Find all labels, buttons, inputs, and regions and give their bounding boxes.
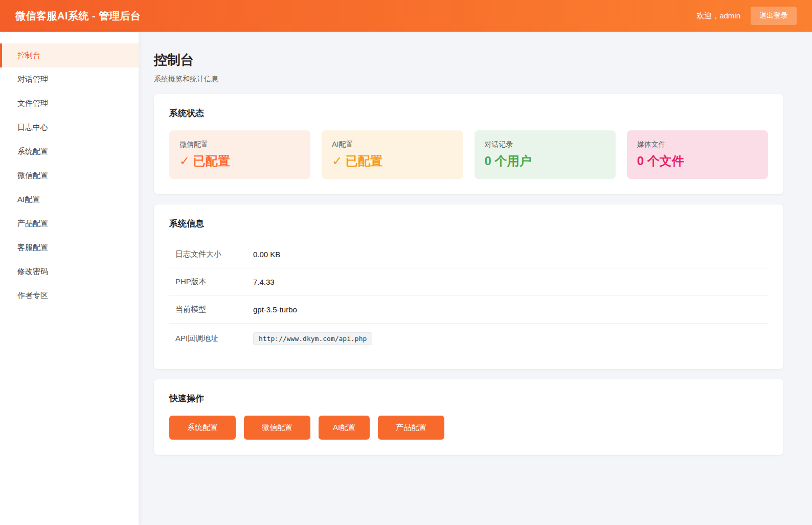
sidebar-item-system-config[interactable]: 系统配置 — [0, 140, 139, 164]
info-row-log-size: 日志文件大小 0.00 KB — [169, 241, 768, 268]
sidebar-item-wechat-config[interactable]: 微信配置 — [0, 164, 139, 188]
info-value: 0.00 KB — [253, 250, 280, 259]
main-content: 控制台 系统概览和统计信息 系统状态 微信配置 ✓ 已配置 AI配置 ✓ 已配置… — [139, 32, 812, 525]
quick-action-ai-config-button[interactable]: AI配置 — [319, 416, 370, 440]
system-status-title: 系统状态 — [169, 107, 768, 119]
quick-action-wechat-config-button[interactable]: 微信配置 — [244, 416, 310, 440]
page-title: 控制台 — [154, 51, 797, 69]
sidebar-item-product-config[interactable]: 产品配置 — [0, 212, 139, 236]
quick-actions-row: 系统配置 微信配置 AI配置 产品配置 — [169, 416, 768, 440]
info-value: 7.4.33 — [253, 278, 275, 286]
sidebar: 控制台 对话管理 文件管理 日志中心 系统配置 微信配置 AI配置 产品配置 客… — [0, 32, 139, 525]
info-label: PHP版本 — [175, 277, 253, 287]
sidebar-item-conversations[interactable]: 对话管理 — [0, 67, 139, 92]
app-header: 微信客服AI系统 - 管理后台 欢迎，admin 退出登录 — [0, 0, 812, 32]
app-title: 微信客服AI系统 - 管理后台 — [15, 9, 141, 23]
stat-value: ✓ 已配置 — [332, 153, 453, 169]
info-row-current-model: 当前模型 gpt-3.5-turbo — [169, 296, 768, 324]
stats-grid: 微信配置 ✓ 已配置 AI配置 ✓ 已配置 对话记录 0 个用户 媒体文件 0 … — [169, 130, 768, 179]
stat-label: 微信配置 — [179, 140, 300, 149]
system-info-title: 系统信息 — [169, 218, 768, 230]
stat-card-chat-records: 对话记录 0 个用户 — [475, 130, 616, 179]
quick-action-product-config-button[interactable]: 产品配置 — [378, 416, 444, 440]
stat-label: AI配置 — [332, 140, 453, 149]
stat-value: 0 个文件 — [637, 153, 758, 169]
stat-card-media-files: 媒体文件 0 个文件 — [627, 130, 768, 179]
logout-button[interactable]: 退出登录 — [751, 7, 797, 25]
quick-action-system-config-button[interactable]: 系统配置 — [169, 416, 236, 440]
info-label: API回调地址 — [175, 334, 253, 344]
header-right: 欢迎，admin 退出登录 — [696, 7, 797, 25]
stat-card-ai-config: AI配置 ✓ 已配置 — [322, 130, 463, 179]
sidebar-item-logs[interactable]: 日志中心 — [0, 116, 139, 140]
stat-value: ✓ 已配置 — [179, 153, 300, 169]
sidebar-item-change-password[interactable]: 修改密码 — [0, 260, 139, 284]
info-value: gpt-3.5-turbo — [253, 305, 297, 314]
sidebar-item-files[interactable]: 文件管理 — [0, 92, 139, 116]
system-info-table: 日志文件大小 0.00 KB PHP版本 7.4.33 当前模型 gpt-3.5… — [169, 241, 768, 354]
api-callback-url-chip: http://www.dkym.com/api.php — [253, 332, 372, 345]
stat-label: 对话记录 — [485, 140, 605, 149]
quick-actions-card: 快速操作 系统配置 微信配置 AI配置 产品配置 — [154, 379, 783, 455]
stat-card-wechat-config: 微信配置 ✓ 已配置 — [169, 130, 310, 179]
info-label: 日志文件大小 — [175, 249, 253, 259]
info-row-php-version: PHP版本 7.4.33 — [169, 268, 768, 296]
quick-actions-title: 快速操作 — [169, 393, 768, 404]
page-subtitle: 系统概览和统计信息 — [154, 75, 797, 84]
system-info-card: 系统信息 日志文件大小 0.00 KB PHP版本 7.4.33 当前模型 gp… — [154, 204, 783, 369]
info-row-api-callback-url: API回调地址 http://www.dkym.com/api.php — [169, 324, 768, 354]
stat-value: 0 个用户 — [485, 153, 605, 169]
system-status-card: 系统状态 微信配置 ✓ 已配置 AI配置 ✓ 已配置 对话记录 0 个用户 媒体… — [154, 94, 783, 194]
stat-label: 媒体文件 — [637, 140, 758, 149]
sidebar-item-service-config[interactable]: 客服配置 — [0, 236, 139, 260]
sidebar-item-dashboard[interactable]: 控制台 — [0, 43, 139, 67]
sidebar-item-author-zone[interactable]: 作者专区 — [0, 284, 139, 308]
welcome-text: 欢迎，admin — [696, 11, 740, 21]
info-label: 当前模型 — [175, 305, 253, 314]
sidebar-item-ai-config[interactable]: AI配置 — [0, 188, 139, 212]
